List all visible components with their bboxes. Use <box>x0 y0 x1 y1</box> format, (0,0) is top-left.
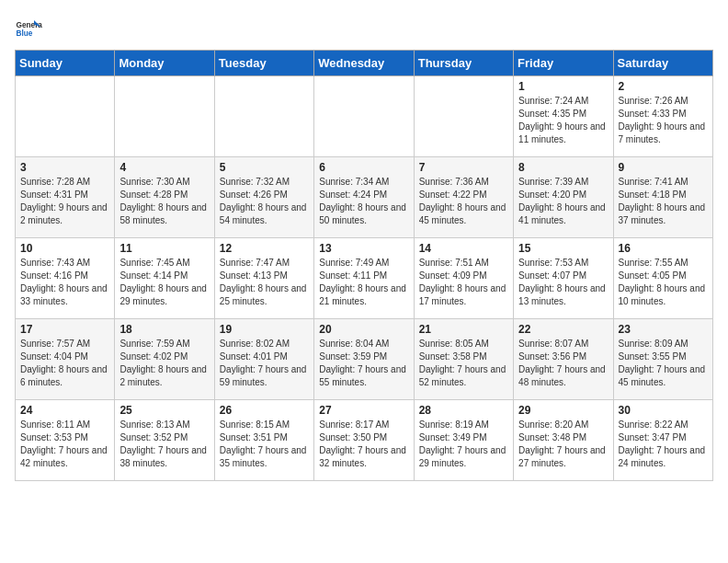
day-info: Sunrise: 7:30 AM Sunset: 4:28 PM Dayligh… <box>119 176 209 227</box>
day-cell: 5Sunrise: 7:32 AM Sunset: 4:26 PM Daylig… <box>214 157 313 238</box>
col-header-monday: Monday <box>115 51 214 76</box>
day-info: Sunrise: 7:24 AM Sunset: 4:35 PM Dayligh… <box>518 95 608 146</box>
day-number: 21 <box>419 323 508 336</box>
week-row-2: 3Sunrise: 7:28 AM Sunset: 4:31 PM Daylig… <box>16 157 713 238</box>
day-number: 22 <box>518 323 608 336</box>
day-info: Sunrise: 8:17 AM Sunset: 3:50 PM Dayligh… <box>319 419 408 470</box>
day-cell: 9Sunrise: 7:41 AM Sunset: 4:18 PM Daylig… <box>613 157 712 238</box>
day-info: Sunrise: 7:36 AM Sunset: 4:22 PM Dayligh… <box>419 176 508 227</box>
day-number: 28 <box>419 404 508 417</box>
day-cell: 20Sunrise: 8:04 AM Sunset: 3:59 PM Dayli… <box>314 319 414 400</box>
day-cell: 29Sunrise: 8:20 AM Sunset: 3:48 PM Dayli… <box>514 400 613 481</box>
day-info: Sunrise: 7:39 AM Sunset: 4:20 PM Dayligh… <box>518 176 608 227</box>
day-number: 14 <box>419 242 508 255</box>
day-info: Sunrise: 8:20 AM Sunset: 3:48 PM Dayligh… <box>518 419 608 470</box>
day-info: Sunrise: 7:53 AM Sunset: 4:07 PM Dayligh… <box>518 257 608 308</box>
day-cell: 6Sunrise: 7:34 AM Sunset: 4:24 PM Daylig… <box>314 157 414 238</box>
day-cell <box>16 76 115 157</box>
day-info: Sunrise: 7:45 AM Sunset: 4:14 PM Dayligh… <box>119 257 209 308</box>
day-info: Sunrise: 7:41 AM Sunset: 4:18 PM Dayligh… <box>619 176 708 227</box>
day-info: Sunrise: 8:02 AM Sunset: 4:01 PM Dayligh… <box>220 338 309 389</box>
col-header-wednesday: Wednesday <box>314 51 414 76</box>
day-info: Sunrise: 7:49 AM Sunset: 4:11 PM Dayligh… <box>319 257 408 308</box>
day-number: 23 <box>619 323 708 336</box>
day-info: Sunrise: 8:11 AM Sunset: 3:53 PM Dayligh… <box>20 419 109 470</box>
day-info: Sunrise: 7:43 AM Sunset: 4:16 PM Dayligh… <box>20 257 109 308</box>
day-cell: 21Sunrise: 8:05 AM Sunset: 3:58 PM Dayli… <box>414 319 513 400</box>
day-cell: 16Sunrise: 7:55 AM Sunset: 4:05 PM Dayli… <box>613 238 712 319</box>
day-number: 18 <box>119 323 209 336</box>
day-cell: 4Sunrise: 7:30 AM Sunset: 4:28 PM Daylig… <box>115 157 214 238</box>
day-cell: 3Sunrise: 7:28 AM Sunset: 4:31 PM Daylig… <box>16 157 115 238</box>
day-cell: 10Sunrise: 7:43 AM Sunset: 4:16 PM Dayli… <box>16 238 115 319</box>
day-info: Sunrise: 8:13 AM Sunset: 3:52 PM Dayligh… <box>119 419 209 470</box>
day-cell: 14Sunrise: 7:51 AM Sunset: 4:09 PM Dayli… <box>414 238 513 319</box>
logo-icon: General Blue <box>15 15 42 42</box>
day-cell: 7Sunrise: 7:36 AM Sunset: 4:22 PM Daylig… <box>414 157 513 238</box>
day-info: Sunrise: 8:05 AM Sunset: 3:58 PM Dayligh… <box>419 338 508 389</box>
day-info: Sunrise: 8:04 AM Sunset: 3:59 PM Dayligh… <box>319 338 408 389</box>
day-info: Sunrise: 7:26 AM Sunset: 4:33 PM Dayligh… <box>619 95 708 146</box>
day-cell <box>414 76 513 157</box>
day-number: 30 <box>619 404 708 417</box>
day-info: Sunrise: 8:19 AM Sunset: 3:49 PM Dayligh… <box>419 419 508 470</box>
day-info: Sunrise: 8:09 AM Sunset: 3:55 PM Dayligh… <box>619 338 708 389</box>
day-number: 10 <box>20 242 109 255</box>
week-row-5: 24Sunrise: 8:11 AM Sunset: 3:53 PM Dayli… <box>16 400 713 481</box>
day-number: 8 <box>518 161 608 174</box>
day-number: 7 <box>419 161 508 174</box>
col-header-sunday: Sunday <box>16 51 115 76</box>
day-number: 27 <box>319 404 408 417</box>
week-row-1: 1Sunrise: 7:24 AM Sunset: 4:35 PM Daylig… <box>16 76 713 157</box>
day-cell: 13Sunrise: 7:49 AM Sunset: 4:11 PM Dayli… <box>314 238 414 319</box>
day-info: Sunrise: 7:34 AM Sunset: 4:24 PM Dayligh… <box>319 176 408 227</box>
day-cell: 24Sunrise: 8:11 AM Sunset: 3:53 PM Dayli… <box>16 400 115 481</box>
day-cell: 19Sunrise: 8:02 AM Sunset: 4:01 PM Dayli… <box>214 319 313 400</box>
day-cell: 26Sunrise: 8:15 AM Sunset: 3:51 PM Dayli… <box>214 400 313 481</box>
day-cell: 2Sunrise: 7:26 AM Sunset: 4:33 PM Daylig… <box>613 76 712 157</box>
day-cell <box>115 76 214 157</box>
day-number: 3 <box>20 161 109 174</box>
day-info: Sunrise: 7:47 AM Sunset: 4:13 PM Dayligh… <box>220 257 309 308</box>
col-header-thursday: Thursday <box>414 51 513 76</box>
day-cell: 23Sunrise: 8:09 AM Sunset: 3:55 PM Dayli… <box>613 319 712 400</box>
day-info: Sunrise: 7:28 AM Sunset: 4:31 PM Dayligh… <box>20 176 109 227</box>
day-number: 20 <box>319 323 408 336</box>
day-info: Sunrise: 8:07 AM Sunset: 3:56 PM Dayligh… <box>518 338 608 389</box>
day-cell: 11Sunrise: 7:45 AM Sunset: 4:14 PM Dayli… <box>115 238 214 319</box>
day-number: 17 <box>20 323 109 336</box>
logo: General Blue <box>15 15 42 42</box>
day-number: 1 <box>518 80 608 93</box>
day-number: 19 <box>220 323 309 336</box>
day-cell: 12Sunrise: 7:47 AM Sunset: 4:13 PM Dayli… <box>214 238 313 319</box>
week-row-3: 10Sunrise: 7:43 AM Sunset: 4:16 PM Dayli… <box>16 238 713 319</box>
day-info: Sunrise: 8:22 AM Sunset: 3:47 PM Dayligh… <box>619 419 708 470</box>
col-header-friday: Friday <box>514 51 613 76</box>
day-info: Sunrise: 8:15 AM Sunset: 3:51 PM Dayligh… <box>220 419 309 470</box>
day-cell: 1Sunrise: 7:24 AM Sunset: 4:35 PM Daylig… <box>514 76 613 157</box>
day-cell: 30Sunrise: 8:22 AM Sunset: 3:47 PM Dayli… <box>613 400 712 481</box>
header: General Blue <box>15 15 713 42</box>
day-number: 4 <box>119 161 209 174</box>
day-cell: 22Sunrise: 8:07 AM Sunset: 3:56 PM Dayli… <box>514 319 613 400</box>
day-number: 24 <box>20 404 109 417</box>
day-number: 15 <box>518 242 608 255</box>
day-info: Sunrise: 7:59 AM Sunset: 4:02 PM Dayligh… <box>119 338 209 389</box>
day-number: 12 <box>220 242 309 255</box>
day-number: 5 <box>220 161 309 174</box>
day-number: 29 <box>518 404 608 417</box>
day-cell <box>314 76 414 157</box>
day-cell: 27Sunrise: 8:17 AM Sunset: 3:50 PM Dayli… <box>314 400 414 481</box>
week-row-4: 17Sunrise: 7:57 AM Sunset: 4:04 PM Dayli… <box>16 319 713 400</box>
day-cell <box>214 76 313 157</box>
day-info: Sunrise: 7:51 AM Sunset: 4:09 PM Dayligh… <box>419 257 508 308</box>
day-number: 13 <box>319 242 408 255</box>
day-info: Sunrise: 7:57 AM Sunset: 4:04 PM Dayligh… <box>20 338 109 389</box>
day-number: 25 <box>119 404 209 417</box>
day-cell: 8Sunrise: 7:39 AM Sunset: 4:20 PM Daylig… <box>514 157 613 238</box>
day-info: Sunrise: 7:32 AM Sunset: 4:26 PM Dayligh… <box>220 176 309 227</box>
calendar-table: SundayMondayTuesdayWednesdayThursdayFrid… <box>15 50 713 481</box>
day-number: 16 <box>619 242 708 255</box>
day-number: 9 <box>619 161 708 174</box>
col-header-saturday: Saturday <box>613 51 712 76</box>
